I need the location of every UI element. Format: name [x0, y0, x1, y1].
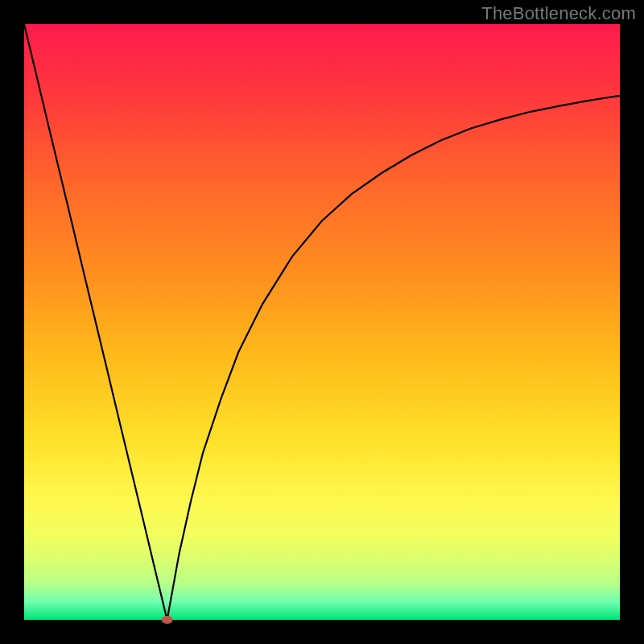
- chart-stage: TheBottleneck.com: [0, 0, 644, 644]
- watermark-text: TheBottleneck.com: [481, 3, 636, 24]
- minimum-marker: [162, 616, 173, 624]
- bottleneck-curve: [24, 24, 620, 620]
- curve-right: [167, 96, 620, 620]
- plot-gradient-area: [24, 24, 620, 620]
- curve-left: [24, 24, 167, 620]
